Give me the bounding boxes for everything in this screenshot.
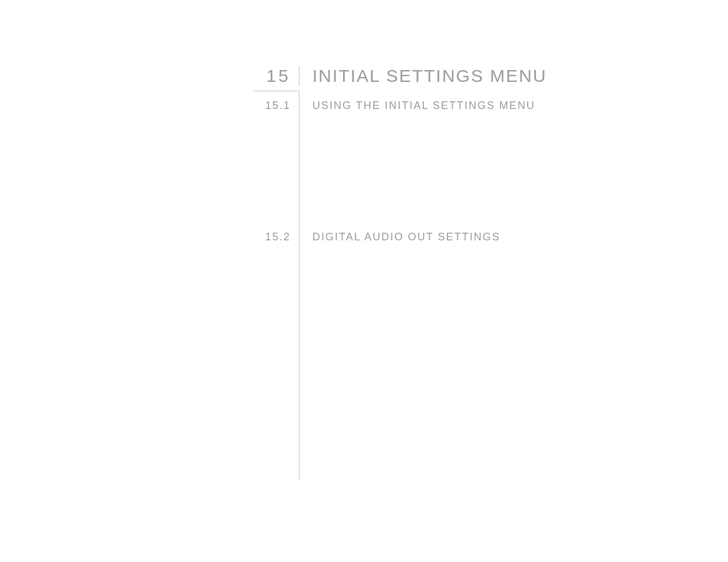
section-title-column: USING THE INITIAL SETTINGS MENU	[299, 91, 535, 117]
chapter-number-column: 15	[253, 66, 299, 86]
document-page: 15 INITIAL SETTINGS MENU 15.1 USING THE …	[253, 66, 666, 481]
chapter-heading-row: 15 INITIAL SETTINGS MENU	[253, 66, 666, 86]
section-spacer-2	[253, 248, 666, 481]
section-row-2: 15.2 DIGITAL AUDIO OUT SETTINGS	[253, 223, 666, 248]
section-number: 15.2	[265, 231, 291, 243]
section-title: DIGITAL AUDIO OUT SETTINGS	[312, 231, 500, 243]
section-number: 15.1	[265, 100, 291, 111]
section-number-column: 15.1	[253, 91, 299, 117]
section-title-column: DIGITAL AUDIO OUT SETTINGS	[299, 223, 500, 248]
chapter-number: 15	[266, 66, 291, 85]
section-spacer-1	[253, 117, 666, 223]
section-number-column: 15.2	[253, 223, 299, 248]
section-row-1: 15.1 USING THE INITIAL SETTINGS MENU	[253, 91, 666, 117]
chapter-title: INITIAL SETTINGS MENU	[312, 66, 547, 85]
vertical-rule-segment	[253, 248, 299, 481]
chapter-title-column: INITIAL SETTINGS MENU	[299, 66, 547, 86]
vertical-rule-segment	[253, 117, 299, 223]
section-title: USING THE INITIAL SETTINGS MENU	[312, 100, 535, 111]
